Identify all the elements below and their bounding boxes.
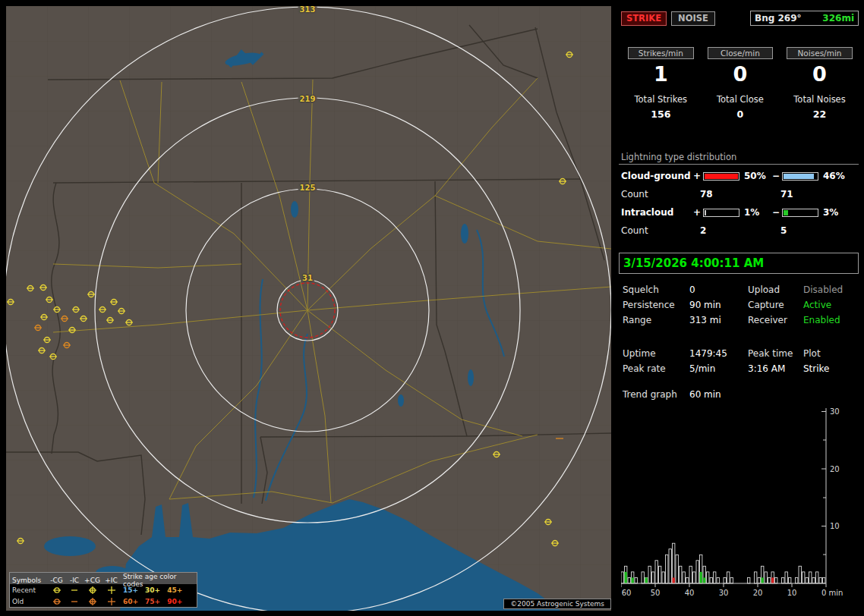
status-label: Receiver: [748, 315, 803, 325]
noise-indicator-button[interactable]: NOISE: [671, 11, 715, 26]
count-line: Count 2 5: [621, 221, 859, 240]
bearing-range-value: 326mi: [822, 13, 854, 24]
legend-row-label: Recent: [12, 586, 47, 594]
rate-column: Strikes/min 1 Total Strikes 156: [621, 47, 701, 120]
minus-percent-value: 46%: [820, 171, 850, 181]
trend-bars: [621, 543, 825, 583]
legend-header-row: Symbols -CG -IC +CG +IC Strike age color…: [10, 573, 197, 584]
peak-time-label: Peak time: [748, 348, 803, 359]
plus-sign: +: [692, 171, 702, 181]
total-label: Total Strikes: [621, 94, 701, 105]
rate-per-min-value: 1: [621, 62, 701, 86]
cgn-symbol-icon: [47, 586, 66, 595]
trend-xtick-40: 40: [685, 589, 695, 597]
trend-ytick-30: 30: [830, 407, 840, 416]
minus-count-value: 71: [780, 189, 793, 200]
age-code-label: 90+: [167, 598, 182, 605]
plus-percent-bar: [703, 209, 739, 217]
rate-label-button[interactable]: Strikes/min: [628, 47, 694, 59]
minus-sign: −: [771, 171, 780, 181]
trend-graph: 30 20 10 60 50 40 30 20 10 0 min: [621, 404, 858, 602]
distribution-rows: Cloud-ground + 50% − 46% Count 78 71 Int…: [621, 168, 859, 240]
age-code-label: 75+: [145, 598, 160, 605]
total-value: 0: [701, 108, 780, 120]
minus-count-value: 5: [780, 225, 787, 236]
plus-sign: +: [692, 207, 702, 218]
trend-xtick-50: 50: [651, 589, 661, 597]
plus-percent-bar: [703, 172, 739, 181]
ring-label-313: 313: [298, 6, 317, 14]
uptime-value: 1479:45: [689, 348, 748, 359]
symbol-legend: Symbols -CG -IC +CG +IC Strike age color…: [9, 572, 197, 608]
app-window: { "app": { "copyright": "©2005 Astrogeni…: [0, 0, 864, 616]
rate-per-min-value: 0: [780, 62, 859, 86]
plus-percent-value: 1%: [741, 207, 771, 218]
status-label: Upload: [748, 284, 803, 295]
trend-ytick-20: 20: [830, 465, 840, 473]
total-label: Total Close: [701, 94, 780, 105]
status-grid: Squelch 0 Upload Disabled Persistence 90…: [623, 282, 859, 328]
stats-grid: Uptime 1479:45 Peak time Plot Peak rate …: [623, 346, 859, 376]
distribution-line: Cloud-ground + 50% − 46%: [621, 168, 859, 184]
legend-col-neg-cg: -CG: [47, 577, 66, 584]
status-label: Range: [623, 315, 689, 325]
rate-label-button[interactable]: Close/min: [708, 47, 774, 59]
status-label: Squelch: [623, 284, 689, 295]
strike-indicator-button[interactable]: STRIKE: [621, 11, 667, 26]
rate-per-min-value: 0: [701, 62, 780, 86]
minus-percent-bar: [782, 172, 818, 181]
trend-graph-label: Trend graph: [623, 389, 689, 400]
status-state-value: Disabled: [803, 284, 843, 295]
rate-column: Close/min 0 Total Close 0: [701, 47, 780, 120]
ring-label-125: 125: [298, 184, 317, 192]
status-label: Persistence: [623, 300, 689, 310]
icp-symbol-icon: [102, 586, 121, 595]
icn-symbol-icon: [66, 597, 83, 606]
icp-symbol-icon: [102, 597, 121, 606]
rate-column: Noises/min 0 Total Noises 22: [780, 47, 859, 120]
legend-col-neg-ic: -IC: [66, 577, 83, 584]
age-code-labels: 60+75+90+: [121, 598, 194, 605]
count-label: Count: [621, 225, 700, 236]
trend-xtick-10: 10: [787, 589, 797, 597]
status-row: Range 313 mi Receiver Enabled: [623, 313, 859, 328]
rates-row: Strikes/min 1 Total Strikes 156 Close/mi…: [621, 47, 859, 120]
distribution-line: Intracloud + 1% − 3%: [621, 204, 859, 221]
count-label: Count: [621, 189, 700, 200]
radar-map[interactable]: 313 219 125 31 Symbols -CG -IC +CG +IC S…: [6, 6, 611, 611]
total-value: 156: [621, 108, 701, 120]
status-value: 0: [689, 284, 748, 295]
legend-row: Recent 15+30+45+: [10, 584, 197, 596]
plus-count-value: 2: [700, 225, 780, 236]
total-value: 22: [780, 108, 859, 120]
status-row: Squelch 0 Upload Disabled: [623, 282, 859, 297]
peak-rate-label: Peak rate: [623, 363, 689, 374]
legend-symbols-header: Symbols: [12, 577, 47, 584]
cgp-symbol-icon: [83, 586, 102, 595]
trend-ytick-10: 10: [830, 522, 840, 530]
trend-window-value: 60 min: [689, 389, 721, 400]
legend-row: Old 60+75+90+: [10, 596, 197, 607]
age-code-label: 45+: [167, 586, 182, 594]
plot-label: Plot: [803, 348, 821, 359]
status-label: Capture: [748, 300, 803, 310]
total-label: Total Noises: [780, 94, 859, 105]
uptime-label: Uptime: [623, 348, 689, 359]
peak-time-value: 3:16 AM: [748, 363, 803, 374]
age-code-labels: 15+30+45+: [121, 586, 194, 594]
copyright-label: ©2005 Astrogenic Systems: [503, 599, 611, 609]
ring-label-31: 31: [301, 274, 314, 282]
minus-percent-bar: [782, 209, 818, 217]
rate-label-button[interactable]: Noises/min: [787, 47, 853, 59]
bearing-label: Bng 269°: [755, 13, 802, 24]
minus-sign: −: [771, 207, 780, 218]
minus-percent-value: 3%: [820, 207, 850, 218]
status-value: 90 min: [689, 300, 748, 310]
plot-value: Strike: [803, 363, 830, 374]
status-row: Persistence 90 min Capture Active: [623, 297, 859, 313]
status-state-value: Enabled: [803, 315, 840, 325]
trend-graph-row: Trend graph 60 min: [623, 387, 721, 402]
trend-xtick-60: 60: [622, 589, 632, 597]
trend-axes: [621, 408, 826, 587]
cgp-symbol-icon: [83, 597, 102, 606]
